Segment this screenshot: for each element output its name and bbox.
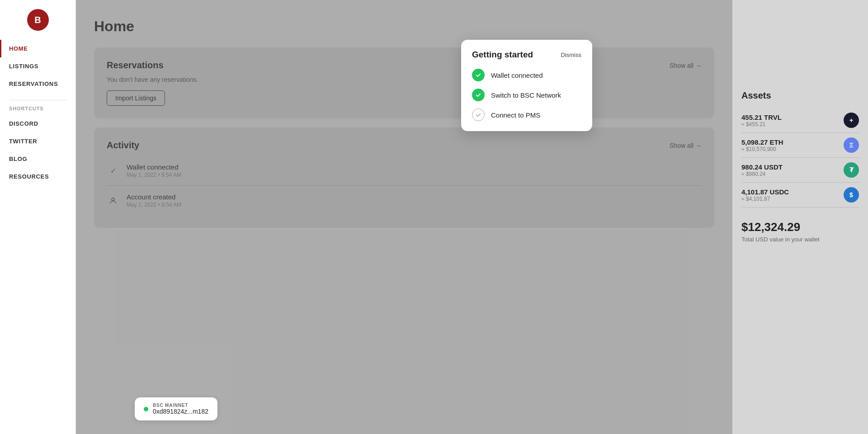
popup-item-pms: Connect to PMS — [472, 108, 581, 121]
sidebar: B Home Listings Reservations Shortcuts D… — [0, 0, 76, 434]
asset-item-trvl: 455.21 TRVL ≈ $455.21 + — [741, 108, 859, 133]
asset-trvl-amount: 455.21 TRVL — [741, 113, 782, 121]
popup-title: Getting started — [472, 50, 533, 60]
total-section: $12,324.29 Total USD value in your walle… — [741, 215, 859, 243]
check-wallet-icon — [472, 69, 485, 81]
popup-header: Getting started Dismiss — [472, 50, 581, 60]
popup-item-wallet: Wallet connected — [472, 69, 581, 81]
asset-usdt-usd: ≈ $980.24 — [741, 171, 783, 177]
wallet-bar[interactable]: BSC Mainnet 0xd891824z...m182 — [135, 397, 217, 420]
sidebar-navigation: Home Listings Reservations — [0, 40, 75, 93]
asset-eth-usd: ≈ $10,570,900 — [741, 146, 783, 152]
dismiss-button[interactable]: Dismiss — [561, 52, 582, 58]
sidebar-item-home[interactable]: Home — [0, 40, 75, 57]
wallet-address: 0xd891824z...m182 — [153, 408, 208, 415]
total-amount: $12,324.29 — [741, 220, 859, 234]
wallet-status-dot — [144, 407, 148, 411]
sidebar-item-reservations[interactable]: Reservations — [0, 75, 75, 93]
popup-item-wallet-label: Wallet connected — [491, 71, 543, 79]
asset-trvl-usd: ≈ $455.21 — [741, 121, 782, 127]
sidebar-item-blog[interactable]: Blog — [0, 150, 75, 168]
modal-overlay — [76, 0, 732, 434]
sidebar-logo: B — [27, 9, 49, 31]
total-label: Total USD value in your wallet — [741, 236, 859, 243]
sidebar-item-twitter[interactable]: Twitter — [0, 132, 75, 150]
asset-usdt-amount: 980.24 USDT — [741, 163, 783, 171]
shortcuts-label: Shortcuts — [0, 104, 75, 115]
asset-usdc-amount: 4,101.87 USDC — [741, 188, 789, 196]
check-bsc-icon — [472, 89, 485, 101]
sidebar-item-discord[interactable]: Discord — [0, 115, 75, 132]
sidebar-item-listings[interactable]: Listings — [0, 57, 75, 75]
popup-item-bsc: Switch to BSC Network — [472, 89, 581, 101]
sidebar-divider — [9, 100, 66, 100]
eth-icon: Ξ — [844, 137, 859, 153]
assets-title: Assets — [741, 90, 859, 101]
popup-item-bsc-label: Switch to BSC Network — [491, 91, 561, 99]
main-content: Home Reservations Show all → You don't h… — [76, 0, 732, 434]
popup-item-pms-label: Connect to PMS — [491, 111, 540, 119]
trvl-icon: + — [844, 113, 859, 128]
wallet-network: BSC Mainnet — [153, 403, 208, 408]
usdc-icon: $ — [844, 187, 859, 203]
asset-item-usdc: 4,101.87 USDC ≈ $4,101.87 $ — [741, 183, 859, 208]
check-pms-icon — [472, 108, 485, 121]
asset-usdc-usd: ≈ $4,101.87 — [741, 196, 789, 202]
asset-eth-amount: 5,098.27 ETH — [741, 138, 783, 146]
asset-item-eth: 5,098.27 ETH ≈ $10,570,900 Ξ — [741, 133, 859, 158]
getting-started-popup: Getting started Dismiss Wallet connected… — [461, 40, 592, 131]
right-panel: Assets 455.21 TRVL ≈ $455.21 + 5,098.27 … — [732, 0, 868, 434]
usdt-icon: ₮ — [844, 162, 859, 178]
asset-item-usdt: 980.24 USDT ≈ $980.24 ₮ — [741, 158, 859, 183]
sidebar-item-resources[interactable]: Resources — [0, 168, 75, 185]
